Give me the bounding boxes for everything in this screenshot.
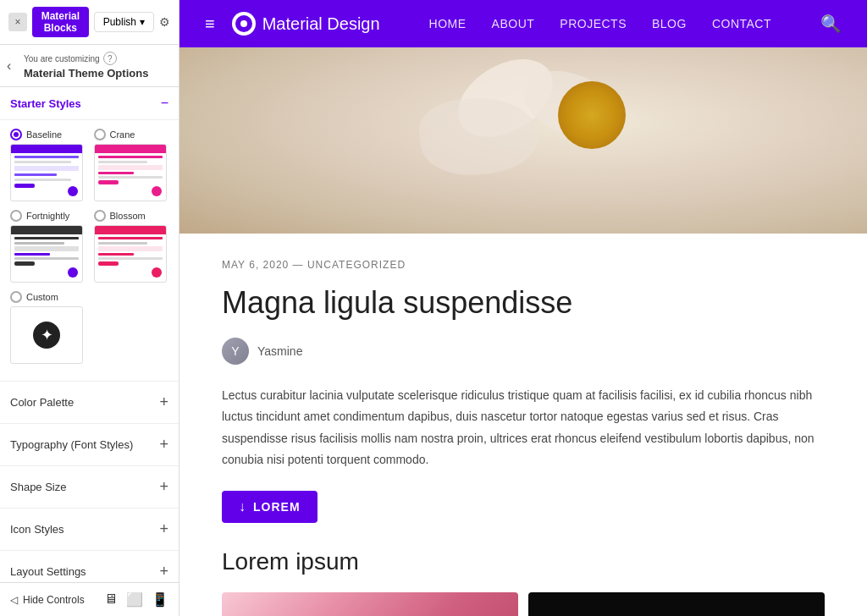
collapse-icon[interactable]: − bbox=[161, 96, 168, 111]
site-header: ≡ Material Design HOME ABOUT PROJECTS BL… bbox=[179, 0, 867, 47]
style-label-blossom[interactable]: Blossom bbox=[94, 210, 169, 222]
starter-styles-title: Starter Styles bbox=[10, 97, 81, 110]
style-item-blossom[interactable]: Blossom bbox=[94, 210, 169, 283]
style-item-empty bbox=[94, 291, 169, 364]
mobile-icon[interactable]: 📱 bbox=[152, 591, 168, 608]
customizing-title: Material Theme Options bbox=[24, 67, 170, 80]
blossom-label: Blossom bbox=[110, 211, 146, 221]
baseline-thumb bbox=[10, 144, 83, 201]
style-grid: Baseline bbox=[0, 120, 179, 382]
layout-settings-header[interactable]: Layout Settings + bbox=[0, 551, 179, 582]
icon-styles-section: Icon Styles + bbox=[0, 509, 179, 551]
shape-size-label: Shape Size bbox=[10, 481, 67, 493]
top-bar: × Material Blocks Publish ▾ ⚙ bbox=[0, 0, 179, 45]
publish-button[interactable]: Publish ▾ bbox=[94, 12, 154, 32]
color-palette-expand-icon[interactable]: + bbox=[159, 393, 168, 411]
back-button[interactable]: ‹ bbox=[7, 58, 11, 74]
lorem-button[interactable]: ↓ LOREM bbox=[222, 491, 318, 523]
panel-content: Starter Styles − Baseline bbox=[0, 87, 179, 582]
radio-fortnightly[interactable] bbox=[10, 210, 22, 222]
nav-projects[interactable]: PROJECTS bbox=[560, 17, 627, 30]
customizing-bar: ‹ You are customizing ? Material Theme O… bbox=[0, 45, 179, 87]
image-grid bbox=[222, 592, 825, 616]
baseline-label: Baseline bbox=[26, 129, 62, 140]
shape-size-expand-icon[interactable]: + bbox=[159, 478, 168, 496]
color-palette-label: Color Palette bbox=[10, 396, 74, 409]
download-icon: ↓ bbox=[239, 499, 246, 514]
nav-contact[interactable]: CONTACT bbox=[712, 17, 771, 30]
blossom-thumb bbox=[94, 225, 167, 283]
material-blocks-button[interactable]: Material Blocks bbox=[32, 7, 89, 37]
radio-crane[interactable] bbox=[94, 129, 106, 140]
lorem-ipsum-heading: Lorem ipsum bbox=[222, 548, 825, 575]
hero-image bbox=[179, 47, 867, 234]
site-nav: HOME ABOUT PROJECTS BLOG CONTACT bbox=[429, 17, 771, 30]
nav-about[interactable]: ABOUT bbox=[492, 17, 535, 30]
info-icon[interactable]: ? bbox=[103, 52, 117, 65]
left-panel: × Material Blocks Publish ▾ ⚙ ‹ You are … bbox=[0, 0, 179, 616]
desktop-icon[interactable]: 🖥 bbox=[104, 591, 118, 608]
custom-label: Custom bbox=[26, 292, 58, 302]
style-row-1: Baseline bbox=[10, 129, 168, 201]
customizing-text: You are customizing ? bbox=[24, 52, 170, 65]
shape-size-header[interactable]: Shape Size + bbox=[0, 466, 179, 508]
style-item-fortnightly[interactable]: Fortnightly bbox=[10, 210, 86, 283]
typography-header[interactable]: Typography (Font Styles) + bbox=[0, 424, 179, 465]
layout-settings-expand-icon[interactable]: + bbox=[159, 563, 168, 580]
color-palette-section: Color Palette + bbox=[0, 382, 179, 424]
style-row-2: Fortnightly bbox=[10, 210, 168, 283]
logo-icon-inner bbox=[235, 15, 252, 32]
nav-home[interactable]: HOME bbox=[429, 17, 467, 30]
menu-icon[interactable]: ≡ bbox=[205, 14, 215, 34]
style-row-3: Custom ✦ bbox=[10, 291, 168, 364]
typography-expand-icon[interactable]: + bbox=[159, 436, 168, 454]
site-logo: ≡ Material Design bbox=[205, 12, 380, 36]
publish-label: Publish bbox=[103, 16, 136, 28]
device-icons: 🖥 ⬜ 📱 bbox=[104, 591, 168, 608]
radio-blossom[interactable] bbox=[94, 210, 106, 222]
site-title: Material Design bbox=[262, 14, 380, 34]
website-preview: ≡ Material Design HOME ABOUT PROJECTS BL… bbox=[179, 0, 867, 616]
typography-section: Typography (Font Styles) + bbox=[0, 424, 179, 466]
style-label-fortnightly[interactable]: Fortnightly bbox=[10, 210, 86, 222]
layout-settings-label: Layout Settings bbox=[10, 565, 86, 578]
style-label-custom[interactable]: Custom bbox=[10, 291, 86, 303]
fortnightly-thumb bbox=[10, 225, 83, 283]
crane-thumb bbox=[94, 144, 167, 201]
style-item-baseline[interactable]: Baseline bbox=[10, 129, 86, 201]
image-pink-flowers bbox=[222, 592, 518, 616]
hide-controls-button[interactable]: ◁ Hide Controls bbox=[10, 594, 85, 606]
icon-styles-header[interactable]: Icon Styles + bbox=[0, 509, 179, 550]
logo-icon bbox=[232, 12, 256, 36]
icon-styles-expand-icon[interactable]: + bbox=[159, 520, 168, 538]
style-label-baseline[interactable]: Baseline bbox=[10, 129, 86, 140]
publish-chevron-icon: ▾ bbox=[140, 16, 145, 28]
close-button[interactable]: × bbox=[8, 13, 27, 31]
hide-controls-icon: ◁ bbox=[10, 594, 18, 606]
typography-label: Typography (Font Styles) bbox=[10, 438, 133, 451]
article-meta: MAY 6, 2020 — UNCATEGORIZED bbox=[222, 259, 825, 271]
color-palette-header[interactable]: Color Palette + bbox=[0, 382, 179, 423]
lorem-button-label: LOREM bbox=[253, 500, 301, 514]
starter-styles-header: Starter Styles − bbox=[0, 87, 179, 120]
custom-thumb: ✦ bbox=[10, 306, 83, 364]
icon-styles-label: Icon Styles bbox=[10, 523, 64, 536]
tablet-icon[interactable]: ⬜ bbox=[126, 591, 143, 608]
style-item-crane[interactable]: Crane bbox=[94, 129, 169, 201]
hide-controls-label: Hide Controls bbox=[23, 594, 85, 606]
radio-baseline[interactable] bbox=[10, 129, 22, 140]
shape-size-section: Shape Size + bbox=[0, 466, 179, 509]
style-item-custom[interactable]: Custom ✦ bbox=[10, 291, 86, 364]
search-icon[interactable]: 🔍 bbox=[820, 14, 842, 34]
hero-flower bbox=[179, 47, 867, 234]
custom-icon: ✦ bbox=[33, 322, 60, 349]
bottom-bar: ◁ Hide Controls 🖥 ⬜ 📱 bbox=[0, 582, 179, 616]
logo-icon-dot bbox=[240, 20, 247, 27]
radio-custom[interactable] bbox=[10, 291, 22, 303]
layout-settings-section: Layout Settings + bbox=[0, 551, 179, 582]
gear-icon[interactable]: ⚙ bbox=[159, 13, 170, 31]
article: MAY 6, 2020 — UNCATEGORIZED Magna ligula… bbox=[179, 234, 867, 616]
style-label-crane[interactable]: Crane bbox=[94, 129, 169, 140]
article-body: Lectus curabitur lacinia vulputate scele… bbox=[222, 385, 825, 470]
nav-blog[interactable]: BLOG bbox=[652, 17, 687, 30]
